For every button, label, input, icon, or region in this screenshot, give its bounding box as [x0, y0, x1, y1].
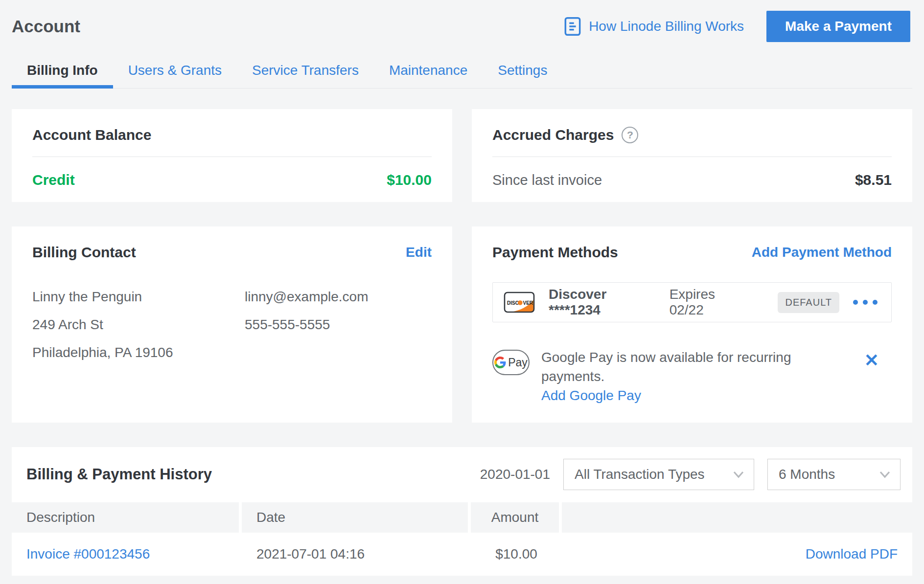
- page-title: Account: [12, 17, 80, 36]
- add-payment-method-link[interactable]: Add Payment Method: [752, 245, 892, 260]
- balance-amount: $10.00: [387, 172, 432, 188]
- payment-methods-title: Payment Methods: [492, 244, 618, 261]
- header-actions: How Linode Billing Works Make a Payment: [564, 11, 910, 42]
- tab-service-transfers[interactable]: Service Transfers: [237, 57, 374, 88]
- payment-method-name: Discover ****1234: [549, 287, 659, 318]
- table-row: Invoice #000123456 2021-07-01 04:16 $10.…: [12, 533, 912, 576]
- tab-bar: Billing Info Users & Grants Service Tran…: [12, 57, 912, 89]
- accrued-charges-title-text: Accrued Charges: [492, 127, 614, 143]
- history-start-date: 2020-01-01: [480, 467, 550, 482]
- edit-billing-contact-link[interactable]: Edit: [406, 245, 432, 260]
- contact-address-column: Linny the Penguin 249 Arch St Philadelph…: [32, 289, 245, 360]
- google-pay-message-block: Google Pay is now available for recurrin…: [541, 348, 853, 405]
- accrued-amount: $8.51: [855, 172, 892, 188]
- download-pdf-link[interactable]: Download PDF: [562, 546, 912, 562]
- account-balance-title: Account Balance: [32, 127, 432, 143]
- accrued-charges-row: Since last invoice $8.51: [492, 172, 892, 188]
- accrued-label: Since last invoice: [492, 172, 602, 188]
- invoice-link[interactable]: Invoice #000123456: [12, 546, 242, 562]
- contact-address-line2: Philadelphia, PA 19106: [32, 345, 245, 360]
- tab-users-grants[interactable]: Users & Grants: [113, 57, 237, 88]
- contact-phone: 555-555-5555: [245, 317, 369, 333]
- billing-contact-card: Billing Contact Edit Linny the Penguin 2…: [12, 226, 452, 423]
- google-pay-banner: Pay Google Pay is now available for recu…: [492, 348, 892, 405]
- column-header-date: Date: [242, 502, 471, 533]
- tab-maintenance[interactable]: Maintenance: [374, 57, 483, 88]
- payment-methods-card: Payment Methods Add Payment Method DISC …: [472, 226, 912, 423]
- google-g-icon: [494, 357, 506, 368]
- chevron-down-icon: [879, 471, 890, 478]
- contact-comm-column: linny@example.com 555-555-5555: [245, 289, 369, 360]
- invoice-amount: $10.00: [471, 546, 562, 562]
- payment-method-actions-menu-icon[interactable]: [853, 300, 878, 305]
- close-icon[interactable]: ✕: [864, 352, 879, 369]
- invoice-date: 2021-07-01 04:16: [242, 546, 471, 562]
- balance-label: Credit: [32, 172, 75, 188]
- discover-card-icon: DISC VER: [504, 292, 535, 313]
- tab-billing-info[interactable]: Billing Info: [12, 57, 113, 88]
- how-billing-works-link[interactable]: How Linode Billing Works: [564, 17, 744, 36]
- transaction-type-select[interactable]: All Transaction Types: [563, 459, 754, 490]
- transaction-type-value: All Transaction Types: [575, 467, 705, 482]
- help-icon[interactable]: ?: [622, 127, 638, 143]
- page-header: Account How Linode Billing Works Make a …: [0, 0, 924, 42]
- payment-methods-head: Payment Methods Add Payment Method: [492, 244, 892, 261]
- summary-cards-row: Account Balance Credit $10.00 Accrued Ch…: [12, 109, 912, 202]
- column-header-description: Description: [12, 502, 242, 533]
- account-balance-row: Credit $10.00: [32, 172, 432, 188]
- billing-contact-head: Billing Contact Edit: [32, 244, 432, 261]
- divider: [32, 157, 432, 157]
- contact-name: Linny the Penguin: [32, 289, 245, 305]
- main-content: Account Balance Credit $10.00 Accrued Ch…: [0, 109, 924, 423]
- divider: [492, 157, 892, 157]
- accrued-charges-title: Accrued Charges ?: [492, 127, 892, 143]
- add-google-pay-link[interactable]: Add Google Pay: [541, 386, 641, 405]
- document-icon: [564, 17, 581, 36]
- column-header-actions: [562, 502, 912, 533]
- detail-cards-row: Billing Contact Edit Linny the Penguin 2…: [12, 226, 912, 423]
- google-pay-icon: Pay: [492, 350, 530, 375]
- default-badge: DEFAULT: [778, 292, 839, 313]
- payment-method-texts: Discover ****1234 Expires 02/22: [549, 287, 750, 318]
- make-payment-button[interactable]: Make a Payment: [766, 11, 910, 42]
- billing-page: Account How Linode Billing Works Make a …: [0, 0, 924, 576]
- contact-address-line1: 249 Arch St: [32, 317, 245, 333]
- payment-method-expiry: Expires 02/22: [670, 287, 751, 318]
- history-table-header: Description Date Amount: [12, 502, 912, 533]
- billing-contact-info: Linny the Penguin 249 Arch St Philadelph…: [32, 289, 432, 360]
- svg-text:VER: VER: [523, 300, 533, 306]
- account-balance-card: Account Balance Credit $10.00: [12, 109, 452, 202]
- svg-text:DISC: DISC: [507, 300, 519, 306]
- billing-contact-title: Billing Contact: [32, 244, 136, 261]
- payment-method-row: DISC VER Discover ****1234 Expires 02/22…: [492, 282, 892, 322]
- accrued-charges-card: Accrued Charges ? Since last invoice $8.…: [472, 109, 912, 202]
- billing-history-header: Billing & Payment History 2020-01-01 All…: [12, 447, 912, 502]
- period-value: 6 Months: [779, 467, 835, 482]
- tab-settings[interactable]: Settings: [483, 57, 562, 88]
- google-pay-message: Google Pay is now available for recurrin…: [541, 350, 791, 384]
- how-billing-works-label: How Linode Billing Works: [589, 19, 744, 34]
- column-header-amount: Amount: [471, 502, 562, 533]
- billing-history-title: Billing & Payment History: [26, 466, 212, 483]
- chevron-down-icon: [733, 471, 744, 478]
- contact-email: linny@example.com: [245, 289, 369, 305]
- google-pay-logo-text: Pay: [508, 356, 528, 369]
- period-select[interactable]: 6 Months: [767, 459, 901, 490]
- billing-history-section: Billing & Payment History 2020-01-01 All…: [12, 447, 912, 576]
